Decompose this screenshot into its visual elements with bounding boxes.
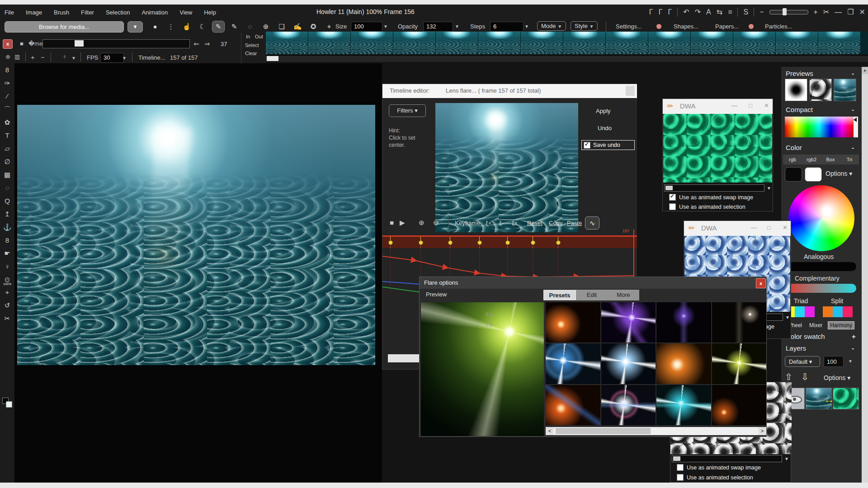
close-icon[interactable]: ✕ xyxy=(764,102,769,109)
filmstrip-scrollbar[interactable] xyxy=(266,55,868,62)
close-icon[interactable]: x xyxy=(756,278,766,288)
keyframe-marker[interactable] xyxy=(477,240,482,245)
secondary-color-swatch[interactable] xyxy=(805,167,822,182)
dwa-swap-option[interactable]: Use as animated swap image xyxy=(677,464,761,471)
clip-select-button[interactable]: Select xyxy=(245,42,259,48)
star-icon[interactable]: ✪ xyxy=(307,21,319,32)
compact-color-picker[interactable] xyxy=(785,117,854,137)
color-swatch-add-icon[interactable]: + xyxy=(852,333,856,340)
flare-preset-red-blue-streak[interactable] xyxy=(546,385,600,425)
flare-scrollbar[interactable]: < > xyxy=(546,427,766,435)
color-tab-rgb2[interactable]: rgb2 xyxy=(802,157,821,162)
keyframe-marker[interactable] xyxy=(531,240,535,245)
tool-symmetry-icon[interactable]: 8 xyxy=(0,63,14,76)
copy-link[interactable]: Copy xyxy=(549,220,562,226)
flare-preset-amber-glow[interactable] xyxy=(656,343,711,384)
dwa-swap-checkbox[interactable] xyxy=(669,194,676,201)
minimize-icon[interactable]: — xyxy=(731,102,737,109)
keyframe-remove-button[interactable]: ξ- xyxy=(499,220,504,226)
filmstrip-frame[interactable] xyxy=(436,32,478,54)
dwa-selection-checkbox[interactable] xyxy=(677,474,684,481)
filmstrip-frame[interactable] xyxy=(393,32,436,54)
color-options-button[interactable]: Options ▾ xyxy=(826,170,852,177)
image-preview[interactable] xyxy=(834,79,856,101)
flare-preview-image[interactable]: X p Y p xyxy=(421,302,544,436)
layer-row[interactable]: ↔ xyxy=(784,388,859,409)
filmstrip-frame[interactable] xyxy=(308,32,351,54)
split-swatch[interactable] xyxy=(833,306,843,317)
triad-swatch[interactable] xyxy=(805,306,815,317)
target-icon[interactable]: ⊕ xyxy=(260,21,272,32)
layer-swap-thumbnail[interactable] xyxy=(833,388,859,409)
size-dropdown-icon[interactable]: ▼ xyxy=(383,24,388,29)
clip-clear-button[interactable]: Clear xyxy=(245,51,257,56)
mode-button[interactable]: Mode ▼ xyxy=(537,21,566,31)
filmstrip-frame[interactable] xyxy=(351,32,393,54)
canvas-image[interactable] xyxy=(17,105,375,365)
doc-pen-icon[interactable]: ✍ xyxy=(292,21,303,32)
menu-item-filter[interactable]: Filter xyxy=(81,9,94,16)
tool-cut-icon[interactable]: ✂ xyxy=(0,312,14,325)
list-icon[interactable]: ≡ xyxy=(728,9,732,16)
tool-circle-slash-icon[interactable]: ∅ xyxy=(0,155,14,168)
pencil-icon[interactable]: ✎ xyxy=(228,21,240,32)
zoom-in-icon[interactable]: + xyxy=(814,9,818,16)
primary-color-swatch[interactable] xyxy=(785,167,802,182)
shapes-button[interactable]: Shapes... xyxy=(674,23,698,30)
flare-preset-dim-star[interactable] xyxy=(712,302,767,343)
frame-slider-handle[interactable] xyxy=(75,40,84,47)
select-arrow-icon[interactable]: A xyxy=(706,9,711,16)
filmstrip-frame[interactable] xyxy=(818,32,861,54)
opacity-dropdown-icon[interactable]: ▼ xyxy=(455,24,459,29)
filmstrip-frame[interactable] xyxy=(563,32,606,54)
menu-item-brush[interactable]: Brush xyxy=(54,9,69,16)
flare-preset-ember-dot[interactable] xyxy=(712,385,767,425)
clip-out-button[interactable]: Out xyxy=(255,34,263,39)
keyframe-track[interactable] xyxy=(382,235,637,248)
filmstrip-frame[interactable] xyxy=(521,32,563,54)
layers-collapse-icon[interactable]: - xyxy=(852,344,854,352)
filmstrip-frame[interactable] xyxy=(691,32,733,54)
frame-slider[interactable] xyxy=(42,39,190,48)
maximize-icon[interactable]: □ xyxy=(749,102,752,109)
clone-icon[interactable]: ❏ xyxy=(276,21,288,32)
menu-item-selection[interactable]: Selection xyxy=(106,9,130,16)
tool-history-icon[interactable]: ↺ xyxy=(0,299,14,312)
tool-rect-select-icon[interactable]: ▦ xyxy=(0,168,14,181)
undo-button[interactable]: Undo xyxy=(598,125,612,131)
zoom-slider[interactable] xyxy=(769,10,808,14)
flare-preset-rainbow-ring[interactable] xyxy=(601,385,656,425)
tool-picker-icon[interactable]: ♀ xyxy=(0,260,14,273)
flare-scroll-handle[interactable] xyxy=(556,428,651,434)
spray-b-icon[interactable]: Γ xyxy=(659,9,663,16)
split-swatch[interactable] xyxy=(823,306,833,317)
save-undo-checkbox[interactable] xyxy=(584,142,590,149)
flare-tab-presets[interactable]: Presets xyxy=(543,290,576,300)
close-icon[interactable]: ✕ xyxy=(783,224,788,231)
add-frame-icon[interactable]: + xyxy=(31,53,35,61)
layer-down-icon[interactable]: ⇩ xyxy=(801,371,809,382)
reset-link[interactable]: Reset xyxy=(527,220,542,226)
dwa-titlebar[interactable]: ✏ DWA — □ ✕ xyxy=(663,99,773,114)
flare-preset-blue-ghosts[interactable] xyxy=(546,343,600,384)
dwa-scrollbar[interactable] xyxy=(672,455,782,462)
opacity-value[interactable]: 132 xyxy=(423,22,453,32)
filmstrip-frame[interactable] xyxy=(648,32,691,54)
menu-item-view[interactable]: View xyxy=(179,9,192,16)
dwa-selection-option[interactable]: Use as animated selection xyxy=(669,203,745,210)
steps-dropdown-icon[interactable]: ▼ xyxy=(524,24,529,29)
minimize-icon[interactable]: — xyxy=(751,224,757,231)
tool-figure-icon[interactable]: 8 xyxy=(0,234,14,247)
flare-preset-orange-glow[interactable] xyxy=(546,302,600,343)
spray-c-icon[interactable]: Γ xyxy=(668,9,672,16)
dwa-scrollbar[interactable] xyxy=(664,184,764,192)
layer-swap-arrow-icon[interactable]: ↔ xyxy=(824,393,835,406)
onion-icon[interactable]: ⊕ xyxy=(5,53,10,60)
menu-item-image[interactable]: Image xyxy=(26,9,42,16)
filmstrip-icon[interactable]: ▥ xyxy=(14,53,20,60)
harmony-tab-mixer[interactable]: Mixer xyxy=(807,322,824,329)
tool-move-icon[interactable]: ↥ xyxy=(0,207,14,221)
apply-button[interactable]: Apply xyxy=(596,108,611,114)
steps-value[interactable]: 6 xyxy=(490,22,524,32)
color-collapse-icon[interactable]: - xyxy=(852,144,854,151)
